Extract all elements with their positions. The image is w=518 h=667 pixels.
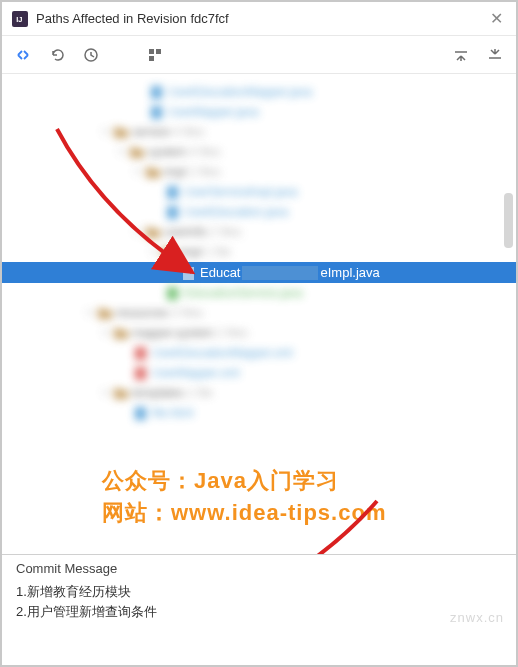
tree-file[interactable]: UserMapper.java — [2, 102, 516, 122]
tree-folder[interactable]: ▽templates 1 file — [2, 383, 516, 403]
svg-rect-4 — [156, 49, 161, 54]
file-tree[interactable]: UserEducationMapper.java UserMapper.java… — [2, 74, 516, 554]
obscured-segment — [242, 266, 318, 280]
selected-filename-start: Educat — [200, 265, 240, 280]
group-icon[interactable] — [146, 46, 164, 64]
tree-folder[interactable]: ▽mapper.system 2 files — [2, 323, 516, 343]
overlay-text-2: 网站：www.idea-tips.com — [102, 498, 386, 528]
tree-folder[interactable]: ▽system 4 files — [2, 142, 516, 162]
svg-rect-12 — [135, 347, 146, 360]
tree-folder[interactable]: ▽impl 1 file — [2, 242, 516, 262]
svg-rect-6 — [151, 86, 162, 99]
tree-file[interactable]: UserServiceImpl.java — [2, 182, 516, 202]
java-file-icon — [182, 266, 196, 280]
tree-file[interactable]: file.html — [2, 403, 516, 423]
history-icon[interactable] — [82, 46, 100, 64]
close-icon[interactable]: ✕ — [486, 9, 506, 29]
tree-file[interactable]: UserEducation.java — [2, 202, 516, 222]
undo-icon[interactable] — [48, 46, 66, 64]
tree-file-selected[interactable]: Educat eImpl.java — [2, 262, 516, 283]
svg-rect-11 — [167, 287, 178, 300]
scrollbar-thumb[interactable] — [504, 193, 513, 248]
svg-rect-13 — [135, 367, 146, 380]
selected-filename-end: eImpl.java — [320, 265, 379, 280]
expand-icon[interactable] — [452, 46, 470, 64]
svg-rect-9 — [167, 206, 178, 219]
overlay-text-1: 公众号：Java入门学习 — [102, 466, 339, 496]
tree-folder[interactable]: ▽service 4 files — [2, 122, 516, 142]
svg-rect-3 — [149, 49, 154, 54]
titlebar: IJ Paths Affected in Revision fdc7fcf ✕ — [2, 2, 516, 36]
svg-rect-14 — [135, 407, 146, 420]
commit-line-2: 2.用户管理新增查询条件 — [16, 602, 502, 622]
tree-folder[interactable]: ▽resources 3 files — [2, 303, 516, 323]
tree-file[interactable]: EducationService.java — [2, 283, 516, 303]
app-icon: IJ — [12, 11, 28, 27]
collapse-icon[interactable] — [486, 46, 504, 64]
svg-rect-8 — [167, 186, 178, 199]
scrollbar[interactable] — [503, 78, 513, 550]
svg-rect-5 — [149, 56, 154, 61]
tree-file[interactable]: UserMapper.xml — [2, 363, 516, 383]
tree-file[interactable]: UserEducationMapper.xml — [2, 343, 516, 363]
tree-folder[interactable]: ▽userinfo 2 files — [2, 222, 516, 242]
commit-header: Commit Message — [16, 561, 502, 576]
tree-folder[interactable]: ▽impl 2 files — [2, 162, 516, 182]
svg-rect-7 — [151, 106, 162, 119]
commit-message-section: Commit Message 1.新增教育经历模块 2.用户管理新增查询条件 — [2, 554, 516, 631]
svg-text:IJ: IJ — [16, 15, 22, 24]
watermark: znwx.cn — [450, 610, 504, 625]
compare-icon[interactable] — [14, 46, 32, 64]
toolbar — [2, 36, 516, 74]
tree-file[interactable]: UserEducationMapper.java — [2, 82, 516, 102]
svg-rect-10 — [183, 267, 194, 280]
commit-line-1: 1.新增教育经历模块 — [16, 582, 502, 602]
window-title: Paths Affected in Revision fdc7fcf — [36, 11, 486, 26]
